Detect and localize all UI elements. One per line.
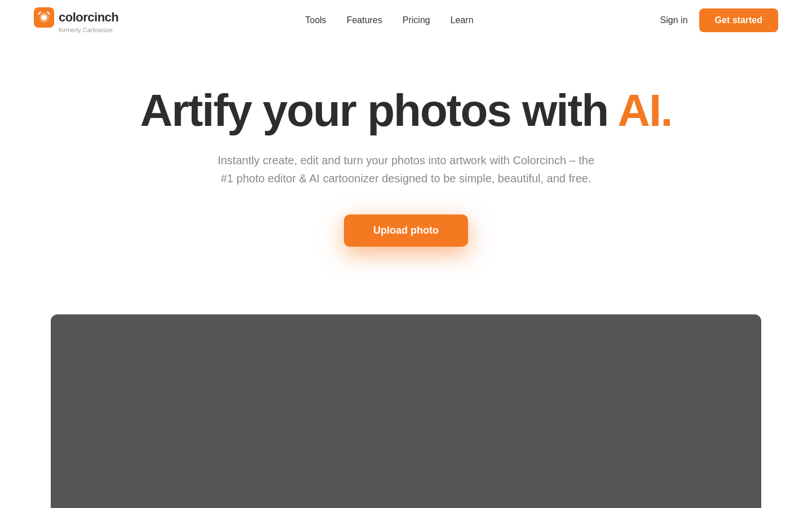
hero-subtitle-line2: #1 photo editor & AI cartoonizer designe… xyxy=(220,172,591,185)
hero-subtitle: Instantly create, edit and turn your pho… xyxy=(209,151,603,187)
logo-text: colorcinch xyxy=(59,10,118,25)
hero-subtitle-line1: Instantly create, edit and turn your pho… xyxy=(218,154,594,167)
nav-pricing[interactable]: Pricing xyxy=(403,15,430,25)
nav-links: Tools Features Pricing Learn xyxy=(305,15,473,25)
logo-icon xyxy=(34,7,54,28)
hero-title: Artify your photos with AI. xyxy=(11,86,801,135)
upload-button-wrapper: Upload photo xyxy=(11,214,801,247)
get-started-button[interactable]: Get started xyxy=(699,8,778,32)
hero-title-highlight: AI. xyxy=(617,85,672,135)
nav-actions: Sign in Get started xyxy=(660,8,778,32)
nav-tools[interactable]: Tools xyxy=(305,15,326,25)
navbar: colorcinch formerly Cartoonize Tools Fea… xyxy=(0,0,812,41)
preview-area xyxy=(51,314,761,508)
nav-features[interactable]: Features xyxy=(347,15,382,25)
upload-photo-button[interactable]: Upload photo xyxy=(344,214,468,247)
hero-title-text: Artify your photos with xyxy=(140,85,618,135)
nav-learn[interactable]: Learn xyxy=(451,15,474,25)
svg-point-1 xyxy=(41,15,47,20)
logo-area: colorcinch formerly Cartoonize xyxy=(34,7,118,33)
hero-section: Artify your photos with AI. Instantly cr… xyxy=(0,41,812,314)
sign-in-link[interactable]: Sign in xyxy=(660,15,688,25)
logo-subtitle: formerly Cartoonize xyxy=(59,27,113,33)
